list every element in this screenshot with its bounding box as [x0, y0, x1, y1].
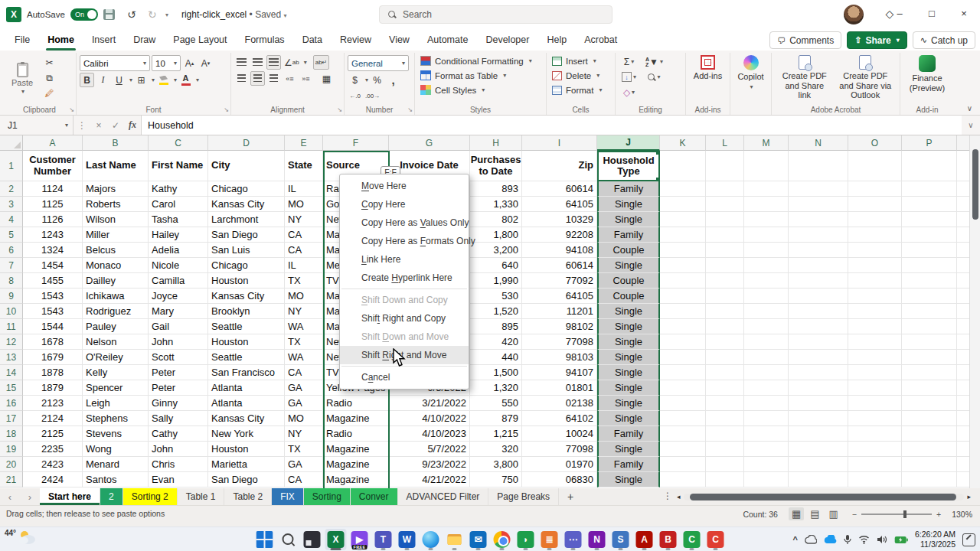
cell[interactable]: Hailey — [149, 227, 208, 243]
cell[interactable]: 893 — [470, 181, 522, 197]
cell[interactable] — [848, 334, 902, 350]
ribbon-tab-formulas[interactable]: Formulas — [237, 29, 293, 51]
decrease-indent-button[interactable]: «≡ — [283, 71, 297, 86]
zoom-slider-thumb[interactable] — [903, 510, 906, 518]
cell[interactable]: Single — [597, 442, 660, 457]
cell[interactable]: 879 — [470, 411, 522, 426]
cell[interactable]: 550 — [470, 396, 522, 411]
cell[interactable]: Peter — [149, 365, 208, 380]
cell[interactable] — [744, 212, 789, 227]
number-format-select[interactable]: General▾ — [348, 55, 409, 71]
cell[interactable]: Santos — [83, 472, 149, 487]
shrink-font-button[interactable]: A▾ — [198, 56, 213, 70]
column-header-k[interactable]: K — [660, 135, 706, 151]
cell[interactable] — [660, 319, 706, 334]
cell[interactable]: 94108 — [522, 243, 597, 258]
cell[interactable]: Family — [597, 227, 660, 243]
create-pdf-outlook-button[interactable]: Create PDF and Share via Outlook — [835, 54, 897, 100]
cell[interactable]: TX — [285, 334, 323, 350]
cell[interactable] — [706, 289, 744, 304]
cell[interactable]: Houston — [208, 273, 285, 289]
cell[interactable]: 1,320 — [470, 380, 522, 396]
cell[interactable]: NY — [285, 304, 323, 319]
cell[interactable] — [706, 457, 744, 472]
undo-icon[interactable]: ↺ — [124, 8, 139, 21]
cell[interactable]: 64102 — [522, 411, 597, 426]
increase-indent-button[interactable]: »≡ — [299, 71, 313, 86]
expand-formula-bar-icon[interactable]: ∨ — [962, 121, 980, 129]
cell[interactable] — [706, 304, 744, 319]
taskbar-doc-app-icon[interactable]: ≣ — [539, 529, 560, 550]
column-header-a[interactable]: A — [23, 135, 83, 151]
close-button[interactable]: × — [948, 0, 980, 26]
cell[interactable] — [789, 197, 848, 212]
row-header-19[interactable]: 19 — [0, 442, 23, 457]
cell[interactable]: Scott — [149, 350, 208, 365]
cell[interactable] — [902, 411, 957, 426]
cell[interactable] — [744, 151, 789, 181]
cell[interactable]: CA — [285, 227, 323, 243]
cell[interactable]: MO — [285, 411, 323, 426]
cell[interactable]: 5/7/2022 — [389, 442, 470, 457]
format-as-table-button[interactable]: Format as Table▾ — [418, 68, 543, 83]
taskbar-word-icon[interactable]: W — [397, 529, 418, 550]
scroll-right-icon[interactable]: ▸ — [967, 493, 971, 500]
cell[interactable]: TX — [285, 442, 323, 457]
cloud-icon[interactable] — [805, 535, 817, 544]
row-header-12[interactable]: 12 — [0, 334, 23, 350]
cell[interactable]: Marietta — [208, 457, 285, 472]
cell[interactable] — [902, 304, 957, 319]
worksheet-grid[interactable]: ABCDEFGHIJKLMNOP1Customer NumberLast Nam… — [0, 135, 969, 488]
cell[interactable] — [902, 273, 957, 289]
column-header-j[interactable]: J — [597, 135, 660, 151]
bold-button[interactable]: B — [80, 73, 94, 87]
cell[interactable]: Pauley — [83, 319, 149, 334]
autosum-button[interactable]: Σ▾ — [620, 54, 638, 69]
cell[interactable] — [660, 243, 706, 258]
cell[interactable] — [902, 227, 957, 243]
sheet-tab-fix[interactable]: FIX — [272, 488, 304, 505]
row-header-4[interactable]: 4 — [0, 212, 23, 227]
scroll-left-icon[interactable]: ◂ — [677, 493, 681, 500]
cell[interactable]: CA — [285, 243, 323, 258]
cell[interactable]: 1679 — [23, 350, 83, 365]
cell[interactable] — [744, 350, 789, 365]
ribbon-tab-data[interactable]: Data — [294, 29, 331, 51]
cell[interactable] — [660, 350, 706, 365]
cell[interactable] — [848, 243, 902, 258]
currency-button[interactable]: $ — [348, 73, 362, 87]
cell[interactable]: Seattle — [208, 319, 285, 334]
cell[interactable] — [744, 258, 789, 273]
menu-item-move-here[interactable]: Move Here — [340, 177, 469, 195]
cell[interactable]: Single — [597, 380, 660, 396]
cell[interactable] — [789, 273, 848, 289]
cell[interactable] — [848, 457, 902, 472]
decrease-decimal-button[interactable]: .00→ — [364, 89, 381, 103]
ribbon-tab-insert[interactable]: Insert — [83, 29, 124, 51]
cell[interactable]: Atlanta — [208, 380, 285, 396]
enter-entry-icon[interactable]: ✓ — [107, 120, 124, 131]
find-select-button[interactable]: ▾ — [644, 70, 665, 84]
cell[interactable] — [706, 380, 744, 396]
cell[interactable] — [789, 258, 848, 273]
cell[interactable] — [848, 426, 902, 442]
cell[interactable] — [789, 289, 848, 304]
cell[interactable] — [744, 334, 789, 350]
cell[interactable] — [902, 334, 957, 350]
cell[interactable] — [706, 181, 744, 197]
cell[interactable]: Kansas City — [208, 411, 285, 426]
cell[interactable] — [789, 457, 848, 472]
cell[interactable]: John — [149, 442, 208, 457]
minimize-button[interactable]: – — [884, 0, 916, 26]
cell[interactable]: Kansas City — [208, 197, 285, 212]
horizontal-scrollbar[interactable]: ◂ ▸ — [677, 492, 971, 501]
cell[interactable]: 420 — [470, 334, 522, 350]
cell[interactable]: State — [285, 151, 323, 181]
column-header-g[interactable]: G — [389, 135, 470, 151]
cell[interactable]: San Luis — [208, 243, 285, 258]
taskbar-green-app-icon[interactable]: ◗ — [515, 529, 537, 550]
cell[interactable] — [789, 365, 848, 380]
cell[interactable] — [789, 426, 848, 442]
normal-view-icon[interactable]: ▦ — [789, 507, 804, 520]
cancel-entry-icon[interactable]: × — [90, 120, 107, 131]
